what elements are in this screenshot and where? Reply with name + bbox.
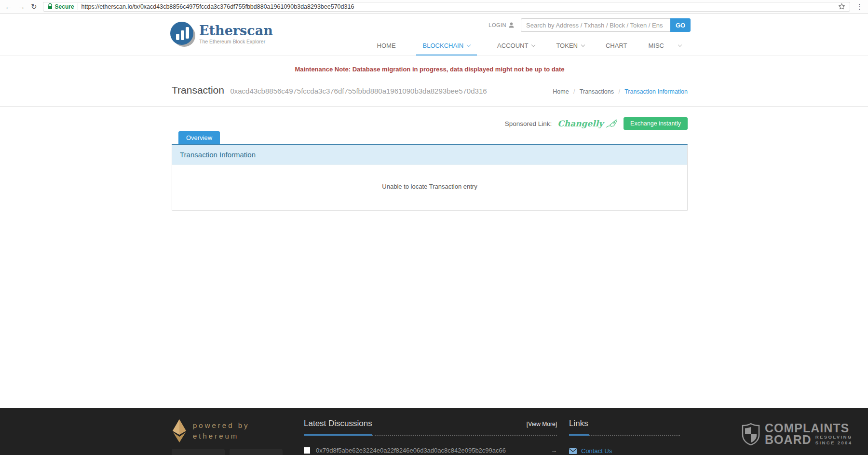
discussion-bullet bbox=[304, 447, 310, 454]
tab-overview[interactable]: Overview bbox=[178, 131, 220, 144]
cb-name-line2-row: BOARD RESOLVING SINCE 2004 bbox=[765, 434, 853, 446]
view-more-link[interactable]: [View More] bbox=[527, 421, 557, 427]
sponsored-label: Sponsored Link: bbox=[505, 120, 552, 127]
nav-item-blockchain-label: BLOCKCHAIN bbox=[423, 42, 464, 49]
exchange-instantly-button[interactable]: Exchange instantly bbox=[624, 117, 688, 130]
chevron-down-icon bbox=[581, 43, 585, 47]
footer-links-column: Links Contact Us bbox=[569, 408, 680, 455]
nav-item-blockchain[interactable]: BLOCKCHAIN bbox=[416, 37, 477, 55]
chevron-down-icon bbox=[467, 43, 471, 47]
breadcrumb-transactions[interactable]: Transactions bbox=[580, 88, 614, 95]
nav-item-token[interactable]: TOKEN bbox=[555, 37, 585, 55]
login-label: LOGIN bbox=[488, 22, 506, 28]
nav-item-token-label: TOKEN bbox=[556, 42, 578, 49]
footer-powered-by-column: powered by ethereum bbox=[172, 408, 295, 455]
bookmark-star-icon[interactable] bbox=[838, 3, 845, 10]
nav-item-account-label: ACCOUNT bbox=[497, 42, 528, 49]
nav-item-misc[interactable]: MISC bbox=[648, 37, 683, 55]
secure-indicator[interactable]: Secure bbox=[48, 3, 74, 10]
cb-tagline: RESOLVING SINCE 2004 bbox=[815, 434, 853, 446]
transaction-panel: Transaction Information Unable to locate… bbox=[172, 144, 688, 211]
url-text: https://etherscan.io/tx/0xacd43cb8856c49… bbox=[81, 3, 835, 10]
browser-chrome: ← → ↻ Secure https://etherscan.io/tx/0xa… bbox=[0, 0, 868, 14]
secure-label: Secure bbox=[55, 3, 74, 10]
cb-name-line2: BOARD bbox=[765, 434, 812, 446]
mail-icon bbox=[569, 448, 577, 454]
chevron-down-icon bbox=[531, 43, 535, 47]
site-footer: powered by ethereum Latest Discussions [… bbox=[0, 408, 868, 455]
title-row: Transaction 0xacd43cb8856c4975fccda3c376… bbox=[172, 84, 688, 106]
rule-dotted bbox=[372, 435, 557, 436]
breadcrumb-separator: / bbox=[573, 88, 575, 95]
footer-badges bbox=[172, 449, 295, 455]
links-title: Links bbox=[569, 419, 588, 428]
changelly-logo[interactable]: Changelly bbox=[557, 119, 618, 128]
discussion-arrow-icon: → bbox=[551, 447, 557, 454]
footer-badge bbox=[172, 449, 225, 455]
powered-by-line2: ethereum bbox=[193, 431, 250, 442]
browser-menu-icon[interactable]: ⋮ bbox=[856, 2, 863, 11]
discussion-item-text: 0x79d8f5abe62e3224e0a22f8246e06d3ad0ac8c… bbox=[316, 447, 545, 454]
forward-icon[interactable]: → bbox=[18, 3, 25, 10]
account-search-row: LOGIN GO bbox=[488, 18, 691, 32]
discussion-list-item[interactable]: 0x79d8f5abe62e3224e0a22f8246e06d3ad0ac8c… bbox=[304, 447, 557, 454]
ethereum-diamond-icon bbox=[172, 419, 187, 443]
discussions-rule bbox=[304, 434, 557, 436]
discussions-title: Latest Discussions bbox=[304, 419, 372, 428]
discussions-header-row: Latest Discussions [View More] bbox=[304, 408, 557, 428]
maintenance-note: Maintenance Note: Database migration in … bbox=[172, 55, 688, 73]
panel-title: Transaction Information bbox=[172, 145, 687, 165]
rule-accent bbox=[304, 434, 372, 436]
links-rule bbox=[569, 434, 680, 436]
cb-tagline-line2: SINCE 2004 bbox=[815, 440, 853, 446]
main-nav: HOME BLOCKCHAIN ACCOUNT TOKEN CHART MISC bbox=[357, 37, 682, 55]
nav-item-home[interactable]: HOME bbox=[376, 37, 397, 55]
search-go-button[interactable]: GO bbox=[670, 18, 691, 32]
rocket-doodle-icon bbox=[605, 119, 618, 128]
complaints-board-logo[interactable]: COMPLAINTS BOARD RESOLVING SINCE 2004 bbox=[742, 423, 853, 446]
etherscan-logo-icon bbox=[170, 21, 196, 47]
shield-icon bbox=[742, 423, 760, 445]
rule-accent bbox=[569, 434, 589, 436]
links-header-row: Links bbox=[569, 408, 680, 428]
breadcrumb-home[interactable]: Home bbox=[553, 88, 569, 95]
main-content: Sponsored Link: Changelly Exchange insta… bbox=[172, 117, 688, 211]
back-icon[interactable]: ← bbox=[5, 3, 12, 10]
contact-row: Contact Us bbox=[569, 447, 680, 455]
login-link[interactable]: LOGIN bbox=[488, 22, 514, 28]
breadcrumb: Home / Transactions / Transaction Inform… bbox=[553, 88, 688, 95]
nav-item-account[interactable]: ACCOUNT bbox=[496, 37, 536, 55]
contact-us-link[interactable]: Contact Us bbox=[581, 447, 612, 455]
panel-message: Unable to locate Transaction entry bbox=[172, 165, 687, 210]
complaints-board-text: COMPLAINTS BOARD RESOLVING SINCE 2004 bbox=[765, 423, 853, 446]
nav-item-misc-label: MISC bbox=[649, 42, 665, 49]
address-bar[interactable]: Secure https://etherscan.io/tx/0xacd43cb… bbox=[43, 2, 850, 12]
logo-subtitle: The Ethereum Block Explorer bbox=[199, 39, 273, 44]
page-top-section: Maintenance Note: Database migration in … bbox=[0, 55, 868, 107]
breadcrumb-current: Transaction Information bbox=[624, 88, 688, 95]
transaction-hash: 0xacd43cb8856c4975fccda3c376df755fbbd880… bbox=[230, 87, 487, 95]
nav-item-chart[interactable]: CHART bbox=[605, 37, 628, 55]
lock-icon bbox=[48, 3, 53, 10]
footer-badge bbox=[230, 449, 283, 455]
chevron-down-icon bbox=[678, 43, 682, 47]
title-block: Transaction 0xacd43cb8856c4975fccda3c376… bbox=[172, 84, 487, 96]
powered-by-line1: powered by bbox=[193, 420, 250, 431]
logo-text-block: Etherscan The Ethereum Block Explorer bbox=[199, 24, 273, 44]
search-input[interactable] bbox=[521, 18, 670, 32]
url-divider bbox=[78, 3, 78, 10]
changelly-wordmark: Changelly bbox=[557, 119, 603, 128]
site-header: Etherscan The Ethereum Block Explorer LO… bbox=[0, 14, 868, 55]
reload-icon[interactable]: ↻ bbox=[31, 3, 37, 10]
rule-dotted bbox=[589, 435, 680, 436]
footer-discussions-column: Latest Discussions [View More] 0x79d8f5a… bbox=[304, 408, 557, 454]
user-icon bbox=[509, 22, 514, 28]
etherscan-logo[interactable]: Etherscan The Ethereum Block Explorer bbox=[170, 21, 273, 47]
powered-by-ethereum-logo[interactable]: powered by ethereum bbox=[172, 408, 295, 443]
page-title: Transaction bbox=[172, 84, 224, 96]
breadcrumb-separator: / bbox=[618, 88, 620, 95]
cb-tagline-line1: RESOLVING bbox=[815, 434, 853, 440]
powered-by-text: powered by ethereum bbox=[193, 420, 250, 442]
logo-title: Etherscan bbox=[199, 24, 273, 37]
sponsored-link-row: Sponsored Link: Changelly Exchange insta… bbox=[172, 117, 688, 130]
